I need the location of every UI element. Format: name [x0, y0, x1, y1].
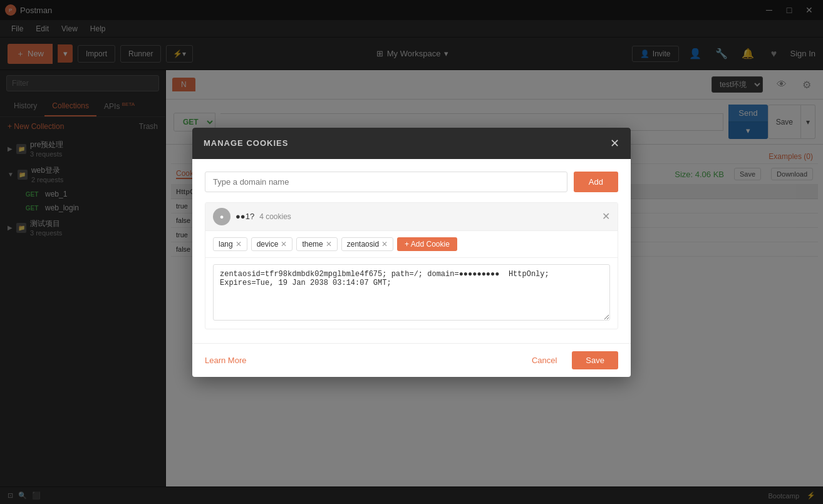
modal-footer-buttons: Cancel Save: [523, 351, 618, 369]
cookie-tag-close-theme[interactable]: ✕: [326, 240, 332, 248]
cookie-domain-section: ● ●●1? 4 cookies ✕ lang ✕ device ✕: [205, 202, 618, 329]
cookie-tag-close-device[interactable]: ✕: [281, 240, 287, 248]
cookie-tag-name-device: device: [257, 240, 279, 249]
domain-input[interactable]: [205, 172, 567, 192]
cookie-tag-close-lang[interactable]: ✕: [236, 240, 242, 248]
cancel-button[interactable]: Cancel: [523, 351, 566, 369]
cookie-domain-header: ● ●●1? 4 cookies ✕: [205, 203, 618, 231]
manage-cookies-modal: MANAGE COOKIES ✕ Add ● ●●1? 4 cookies ✕: [192, 128, 631, 377]
cookie-textarea[interactable]: zentaosid=tfr98kdmbdk02mpglbmle4f675; pa…: [213, 264, 610, 321]
cookie-tag-name-zentaosid: zentaosid: [347, 240, 379, 249]
learn-more-link[interactable]: Learn More: [205, 356, 246, 365]
cookie-tag-name-theme: theme: [302, 240, 323, 249]
modal-overlay: MANAGE COOKIES ✕ Add ● ●●1? 4 cookies ✕: [0, 0, 823, 504]
modal-title: MANAGE COOKIES: [204, 138, 288, 148]
add-cookie-button[interactable]: + Add Cookie: [397, 237, 457, 251]
cookie-tags: lang ✕ device ✕ theme ✕ zentaosid ✕: [205, 231, 618, 258]
cookie-tag-device[interactable]: device ✕: [251, 237, 293, 251]
cookie-tag-theme[interactable]: theme ✕: [296, 237, 337, 251]
domain-name: ●●1?: [236, 212, 254, 221]
modal-close-button[interactable]: ✕: [610, 136, 619, 150]
save-modal-button[interactable]: Save: [572, 351, 618, 369]
cookie-editor: zentaosid=tfr98kdmbdk02mpglbmle4f675; pa…: [205, 258, 618, 329]
modal-header: MANAGE COOKIES ✕: [192, 128, 631, 159]
domain-avatar: ●: [213, 208, 230, 225]
cookie-domain-info: ● ●●1? 4 cookies: [213, 208, 291, 225]
domain-close-button[interactable]: ✕: [602, 210, 610, 222]
cookie-count: 4 cookies: [259, 212, 291, 221]
modal-footer: Learn More Cancel Save: [192, 343, 631, 377]
domain-input-row: Add: [205, 172, 618, 192]
add-domain-button[interactable]: Add: [574, 172, 618, 192]
cookie-tag-lang[interactable]: lang ✕: [213, 237, 247, 251]
cookie-tag-close-zentaosid[interactable]: ✕: [381, 240, 388, 248]
cookie-tag-name: lang: [219, 240, 233, 249]
modal-body: Add ● ●●1? 4 cookies ✕ lang ✕: [192, 159, 631, 343]
cookie-tag-zentaosid[interactable]: zentaosid ✕: [341, 237, 393, 251]
